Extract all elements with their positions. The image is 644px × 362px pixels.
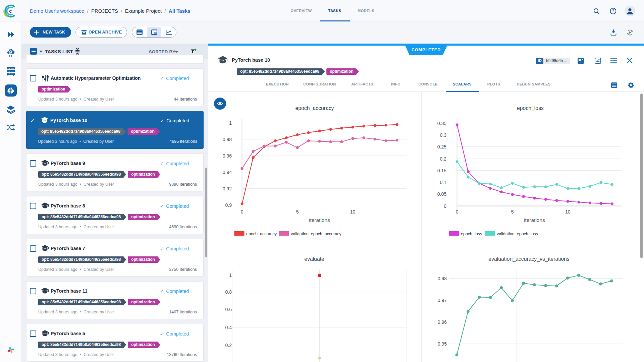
svg-text:epoch_accuracy: epoch_accuracy — [295, 105, 334, 111]
svg-text:10: 10 — [565, 209, 571, 215]
svg-text:validation: epoch_accuracy: validation: epoch_accuracy — [291, 232, 342, 236]
svg-text:0.2: 0.2 — [440, 156, 447, 162]
svg-text:validation: epoch_loss: validation: epoch_loss — [497, 232, 538, 236]
svg-text:epoch_loss: epoch_loss — [461, 232, 482, 236]
svg-text:0.96: 0.96 — [438, 319, 447, 325]
svg-text:epoch_accuracy: epoch_accuracy — [246, 232, 277, 236]
svg-text:0: 0 — [444, 203, 446, 209]
svg-text:0: 0 — [241, 209, 244, 215]
svg-text:0.92: 0.92 — [223, 186, 232, 191]
svg-text:0.3: 0.3 — [440, 132, 447, 138]
svg-text:0.15: 0.15 — [437, 168, 446, 173]
svg-text:0.97: 0.97 — [438, 298, 447, 303]
svg-text:epoch_loss: epoch_loss — [517, 105, 544, 111]
svg-text:0.4: 0.4 — [225, 325, 232, 330]
svg-text:0.2: 0.2 — [225, 343, 232, 348]
svg-text:0.9: 0.9 — [225, 202, 232, 208]
svg-text:0.8: 0.8 — [225, 289, 232, 295]
svg-text:0.98: 0.98 — [438, 276, 447, 281]
svg-text:5: 5 — [511, 209, 514, 215]
svg-text:0: 0 — [456, 209, 459, 215]
svg-text:0.98: 0.98 — [223, 137, 232, 142]
svg-text:evaluate: evaluate — [304, 256, 324, 262]
svg-text:0.1: 0.1 — [440, 180, 447, 185]
svg-text:1: 1 — [229, 120, 232, 126]
svg-text:evaluation_accuracy_vs_iterati: evaluation_accuracy_vs_iterations — [488, 256, 570, 262]
svg-text:10: 10 — [350, 209, 356, 215]
svg-text:5: 5 — [296, 209, 299, 215]
svg-text:Iterations: Iterations — [524, 217, 545, 223]
svg-text:?: ? — [612, 9, 614, 13]
svg-text:0.96: 0.96 — [223, 153, 232, 159]
svg-text:0.95: 0.95 — [438, 341, 447, 347]
svg-text:Iterations: Iterations — [309, 217, 330, 223]
svg-text:0.6: 0.6 — [225, 307, 232, 312]
svg-text:c: c — [9, 8, 12, 14]
svg-text:1: 1 — [229, 273, 232, 278]
svg-text:0.35: 0.35 — [437, 121, 446, 126]
svg-text:0.94: 0.94 — [223, 170, 232, 175]
svg-text:0.05: 0.05 — [437, 191, 446, 197]
svg-text:0.25: 0.25 — [437, 144, 446, 149]
